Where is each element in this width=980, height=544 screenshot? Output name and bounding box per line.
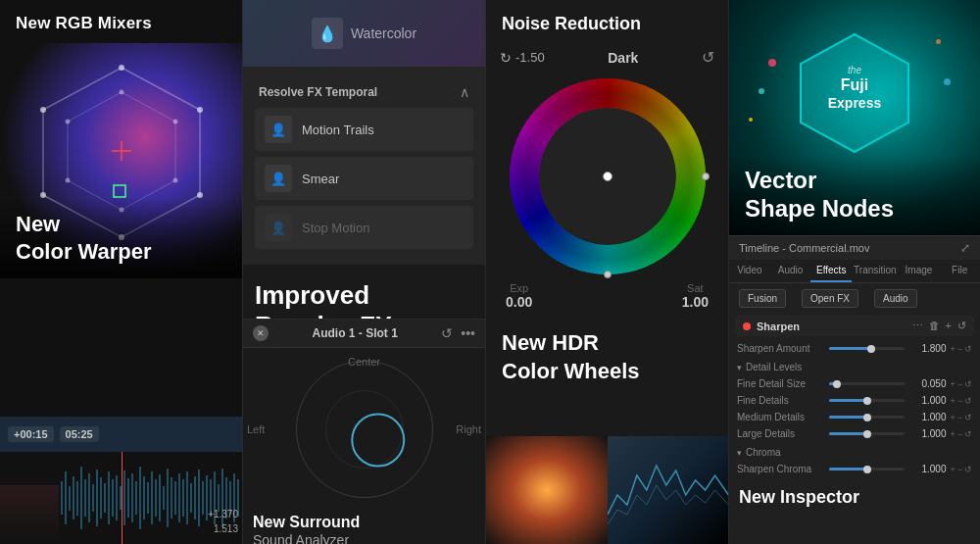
svg-marker-63 xyxy=(801,34,908,152)
param-slider-medium[interactable] xyxy=(829,416,905,419)
param-label-fine: Fine Details xyxy=(737,395,825,406)
svg-rect-24 xyxy=(88,473,90,522)
open-fx-btn[interactable]: Open FX xyxy=(802,289,858,308)
svg-rect-40 xyxy=(151,471,153,524)
cw-bottom-dot xyxy=(604,271,612,278)
svg-rect-27 xyxy=(100,477,102,519)
param-slider-chroma[interactable] xyxy=(829,468,905,470)
section-detail-levels: ▾ Detail Levels xyxy=(729,359,980,373)
svg-rect-23 xyxy=(84,479,86,517)
effect-icon-3[interactable]: + xyxy=(946,320,952,332)
fx-item-smear[interactable]: 👤 Smear xyxy=(255,157,473,200)
svg-point-14 xyxy=(65,178,70,183)
inspector-title: Timeline - Commercial.mov xyxy=(739,242,869,254)
panel-vector-shape: the Fuji Express Vector Shape Nodes Time… xyxy=(729,0,980,544)
param-reset[interactable]: ↺ xyxy=(964,344,972,354)
param-slider-fine-size[interactable] xyxy=(829,382,905,385)
vector-label-area: Vector Shape Nodes xyxy=(729,155,980,235)
svg-rect-19 xyxy=(69,486,71,511)
effect-icon-1[interactable]: ⋯ xyxy=(912,320,923,332)
param-row-large-details: Large Details 1.000 +−↺ xyxy=(737,425,972,442)
panel-hdr: Noise Reduction ↻ -1.50 Dark ↺ Exp 0.00 xyxy=(486,0,729,544)
cw-value-display: ↻ -1.50 xyxy=(500,50,545,66)
svg-text:Express: Express xyxy=(828,95,882,111)
cw-params-row: Exp 0.00 Sat 1.00 xyxy=(486,274,728,318)
svg-rect-51 xyxy=(194,476,196,519)
svg-point-11 xyxy=(172,120,177,124)
fx-item-stop-motion[interactable]: 👤 Stop Motion xyxy=(255,206,473,249)
svg-rect-41 xyxy=(155,479,157,517)
param-value-sharpen: 1.800 xyxy=(908,343,946,354)
param-value-chroma: 1.000 xyxy=(908,464,946,474)
stop-motion-icon: 👤 xyxy=(265,214,292,241)
tab-file[interactable]: File xyxy=(939,260,980,282)
param-slider-large[interactable] xyxy=(829,432,905,435)
svg-rect-44 xyxy=(167,469,169,527)
param-slider-sharpen[interactable] xyxy=(829,347,905,350)
effect-icon-2[interactable]: 🗑 xyxy=(929,320,940,332)
surround-label-center: Center xyxy=(348,356,380,368)
effect-active-dot xyxy=(743,322,751,330)
svg-rect-38 xyxy=(143,476,145,519)
cw-reset-btn[interactable]: ↺ xyxy=(702,48,714,67)
svg-rect-22 xyxy=(80,467,82,529)
fusion-btn[interactable]: Fusion xyxy=(739,289,786,308)
sat-value: 1.00 xyxy=(682,294,709,310)
param-inc[interactable]: + xyxy=(950,344,955,354)
tab-effects[interactable]: Effects xyxy=(810,260,852,282)
param-slider-dot-sharpen xyxy=(867,345,875,353)
param-row-medium-details: Medium Details 1.000 +−↺ xyxy=(737,409,972,425)
param-value-large: 1.000 xyxy=(908,428,946,439)
svg-point-15 xyxy=(65,120,70,124)
color-wheel[interactable] xyxy=(510,78,706,274)
fx-item-motion-trails[interactable]: 👤 Motion Trails xyxy=(255,108,473,151)
surround-label-right: Right xyxy=(456,423,481,435)
panel-rgb-mixers: New RGB Mixers xyxy=(0,0,243,544)
svg-rect-20 xyxy=(73,476,74,519)
svg-rect-39 xyxy=(147,482,149,514)
fx-collapse-btn[interactable]: ∧ xyxy=(460,84,469,100)
audio-more-icon[interactable]: ••• xyxy=(461,325,475,341)
svg-rect-29 xyxy=(108,471,110,524)
section-chroma: ▾ Chroma xyxy=(729,444,980,459)
param-label-sharpen: Sharpen Amount xyxy=(737,343,825,354)
audio-refresh-icon[interactable]: ↺ xyxy=(441,325,453,341)
tab-transition[interactable]: Transition xyxy=(852,260,899,282)
svg-rect-32 xyxy=(120,486,122,510)
fuji-hex-svg: the Fuji Express xyxy=(791,29,918,157)
color-wheel-container xyxy=(510,78,706,274)
timeline-top: +00:15 05:25 xyxy=(0,417,242,452)
effect-name: Sharpen xyxy=(757,321,906,332)
audio-close-btn[interactable]: ✕ xyxy=(253,325,269,341)
inspector-expand-icon[interactable]: ⤢ xyxy=(960,241,970,255)
svg-rect-37 xyxy=(139,467,141,529)
param-value-fine: 1.000 xyxy=(908,395,946,406)
particle-3 xyxy=(936,39,941,44)
param-dec[interactable]: − xyxy=(957,344,962,354)
particle-5 xyxy=(749,118,753,122)
svg-point-7 xyxy=(40,107,46,113)
tab-image[interactable]: Image xyxy=(899,260,940,282)
param-label-sharpen-chroma: Sharpen Chroma xyxy=(737,464,825,474)
param-controls-sharpen: + − ↺ xyxy=(950,344,972,354)
motion-trails-icon: 👤 xyxy=(265,116,292,143)
svg-rect-16 xyxy=(114,185,125,197)
audio-tab-btn[interactable]: Audio xyxy=(874,289,917,308)
tab-audio[interactable]: Audio xyxy=(770,260,811,282)
svg-point-10 xyxy=(119,90,123,95)
param-label-large: Large Details xyxy=(737,428,825,439)
waveform-svg xyxy=(0,452,242,544)
param-slider-fine[interactable] xyxy=(829,399,905,402)
effect-icon-4[interactable]: ↺ xyxy=(957,320,966,332)
rgb-visual-area: NewColor Warper xyxy=(0,43,242,278)
smear-icon: 👤 xyxy=(265,165,292,192)
inspector-panel: Timeline - Commercial.mov ⤢ Video Audio … xyxy=(729,235,980,544)
fx-panel-title: Resolve FX Temporal xyxy=(259,85,377,99)
fx-item-label-smear: Smear xyxy=(302,172,339,186)
tab-video[interactable]: Video xyxy=(729,260,770,282)
svg-rect-53 xyxy=(202,481,204,515)
surround-cursor[interactable] xyxy=(351,413,405,467)
param-value-fine-size: 0.050 xyxy=(908,378,946,389)
audio-icon-group: ↺ ••• xyxy=(441,325,475,341)
color-warper-label: NewColor Warper xyxy=(0,197,242,278)
